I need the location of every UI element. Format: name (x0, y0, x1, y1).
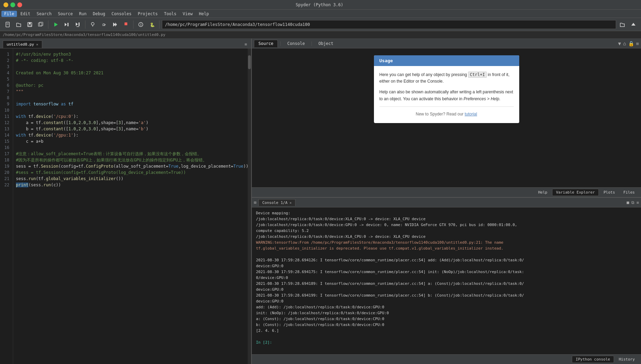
run-cell-advance-button[interactable] (73, 20, 83, 29)
usage-footer: New to Spyder? Read our tutorial (379, 111, 514, 118)
save-file-button[interactable] (25, 20, 35, 29)
bottom-tab-files[interactable]: Files (620, 189, 638, 196)
bottom-tab-plots[interactable]: Plots (600, 189, 619, 196)
menu-view[interactable]: View (180, 11, 195, 17)
tab-separator-2: | (310, 41, 313, 46)
main-layout: untitled0.py ✕ ≡ 1 2 3 4 5 6 7 8 9 10 (0, 39, 641, 364)
breadcrumb-bar: /home/pc/ProgramFilesStore/Anaconda3/ten… (0, 31, 641, 39)
tab-source[interactable]: Source (254, 40, 278, 47)
run-cell-button[interactable] (62, 20, 72, 29)
menu-run[interactable]: Run (76, 11, 90, 17)
menu-edit[interactable]: Edit (18, 11, 33, 17)
usage-footer-text: New to Spyder? Read our (416, 112, 465, 116)
bottom-tab-history[interactable]: History (615, 356, 638, 363)
line-numbers: 1 2 3 4 5 6 7 8 9 10 11 12 13 14 15 16 1 (0, 48, 13, 364)
console-tab-label: Console 1/A (262, 200, 287, 205)
svg-rect-19 (125, 22, 127, 25)
close-button[interactable] (17, 2, 22, 7)
bottom-tab-variable-explorer[interactable]: Variable Explorer (552, 189, 599, 196)
toolbar-sep-4 (159, 20, 159, 29)
console-window-icon[interactable]: ⊞ (254, 200, 256, 205)
usage-para2: Help can also be shown automatically aft… (379, 89, 514, 102)
title-bar: Spyder (Python 3.6) (0, 0, 641, 10)
stop-button[interactable] (121, 20, 131, 29)
console-tab-close[interactable]: ✕ (290, 201, 292, 205)
minimize-button[interactable] (3, 2, 8, 7)
svg-rect-5 (28, 25, 31, 26)
menu-projects[interactable]: Projects (135, 11, 161, 17)
menu-search[interactable]: Search (34, 11, 54, 17)
step-over-button[interactable] (99, 20, 109, 29)
console-output[interactable]: Device mapping: /job:localhost/replica:0… (252, 207, 641, 354)
svg-marker-15 (104, 24, 106, 25)
menu-bar: File Edit Search Source Run Debug Consol… (0, 10, 641, 18)
inspect-button[interactable]: i (136, 20, 146, 29)
help-bottom-tabs: Help Variable Explorer Plots Files (252, 187, 641, 197)
svg-marker-17 (113, 22, 116, 27)
console-controls: ■ ⧉ ≡ (627, 200, 639, 205)
menu-tools[interactable]: Tools (161, 11, 179, 17)
svg-marker-11 (76, 22, 78, 26)
toolbar: i 🐍 (0, 18, 641, 31)
panel-menu-icon[interactable]: ≡ (636, 41, 639, 46)
browse-button[interactable] (617, 20, 627, 29)
code-editor[interactable]: 1 2 3 4 5 6 7 8 9 10 11 12 13 14 15 16 1 (0, 48, 248, 364)
panel-lock-icon[interactable]: 🔒 (628, 41, 634, 46)
tab-object[interactable]: Object (314, 40, 337, 47)
toolbar-sep-2 (85, 20, 85, 29)
console-tab-1[interactable]: Console 1/A ✕ (258, 199, 295, 206)
bottom-tab-help[interactable]: Help (535, 189, 551, 196)
debug-button[interactable] (88, 20, 98, 29)
console-tabs-bar: ⊞ Console 1/A ✕ ■ ⧉ ≡ (252, 198, 641, 207)
toolbar-sep-3 (133, 20, 134, 29)
bottom-tab-ipython[interactable]: IPython console (572, 356, 614, 363)
usage-divider (379, 106, 514, 107)
usage-para1: Here you can get help of any object by p… (379, 72, 514, 85)
editor-tab-close[interactable]: ✕ (36, 43, 38, 46)
panel-dropdown-icon[interactable]: ▼ (618, 41, 621, 46)
console-prompt: In [2]: (256, 340, 272, 345)
svg-rect-4 (29, 22, 31, 24)
editor-tabs-bar: untitled0.py ✕ ≡ (0, 39, 251, 48)
save-all-button[interactable] (36, 20, 46, 29)
console-stop-icon[interactable]: ■ (627, 200, 629, 205)
console-menu-icon[interactable]: ≡ (637, 200, 639, 205)
path-input[interactable] (162, 20, 616, 29)
open-file-button[interactable] (14, 20, 24, 29)
maximize-button[interactable] (10, 2, 15, 7)
new-file-button[interactable] (3, 20, 12, 29)
editor-tab-untitled0[interactable]: untitled0.py ✕ (3, 40, 42, 48)
editor-scrollbar-thumb[interactable] (248, 55, 251, 69)
menu-debug[interactable]: Debug (90, 11, 108, 17)
python-icon-button[interactable]: 🐍 (147, 20, 157, 29)
editor-tab-label: untitled0.py (7, 42, 34, 47)
run-button[interactable] (51, 20, 61, 29)
menu-help[interactable]: Help (196, 11, 212, 17)
svg-marker-23 (631, 23, 635, 26)
toolbar-sep-1 (48, 20, 48, 29)
editor-panel: untitled0.py ✕ ≡ 1 2 3 4 5 6 7 8 9 10 (0, 39, 252, 364)
navigate-up-button[interactable] (629, 20, 638, 29)
panel-home-icon[interactable]: ⌂ (623, 41, 626, 46)
svg-text:🐍: 🐍 (150, 22, 155, 27)
tutorial-link[interactable]: tutorial (465, 112, 477, 116)
editor-area: 1 2 3 4 5 6 7 8 9 10 11 12 13 14 15 16 1 (0, 48, 251, 364)
editor-options-button[interactable]: ≡ (243, 40, 248, 48)
tab-console[interactable]: Console (283, 40, 309, 47)
menu-consoles[interactable]: Consoles (109, 11, 134, 17)
tab-separator-1: | (278, 41, 282, 46)
menu-source[interactable]: Source (55, 11, 75, 17)
menu-file[interactable]: File (1, 11, 17, 17)
window-controls[interactable] (3, 2, 22, 7)
code-content[interactable]: #!/usr/bin/env python3 # -*- coding: utf… (13, 48, 248, 364)
svg-rect-10 (67, 23, 68, 26)
usage-title: Usage (374, 55, 519, 66)
continue-button[interactable] (110, 20, 120, 29)
svg-marker-9 (65, 23, 67, 26)
editor-scrollbar[interactable] (248, 48, 251, 364)
console-copy-icon[interactable]: ⧉ (631, 200, 634, 205)
help-panel: Source | Console | Object ▼ ⌂ 🔒 ≡ (252, 39, 641, 198)
right-panel: Source | Console | Object ▼ ⌂ 🔒 ≡ (252, 39, 641, 364)
svg-marker-18 (115, 22, 117, 27)
console-bottom-tabs: IPython console History (252, 354, 641, 364)
